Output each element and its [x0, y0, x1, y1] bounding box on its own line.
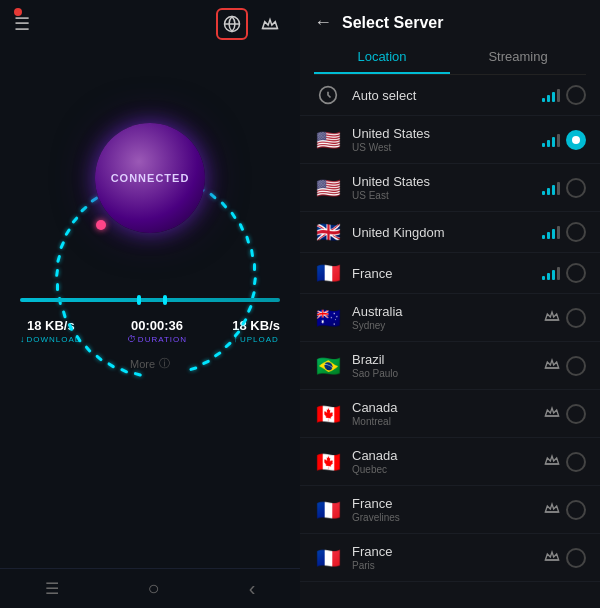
connected-inner: CONNECTED [95, 123, 205, 233]
server-item[interactable]: Auto select [300, 75, 600, 116]
server-item[interactable]: 🇺🇸United StatesUS East [300, 164, 600, 212]
flag-icon: 🇫🇷 [314, 263, 342, 283]
radio-button[interactable] [566, 130, 586, 150]
server-item[interactable]: 🇬🇧United Kingdom [300, 212, 600, 253]
server-right [544, 548, 586, 568]
premium-crown-icon [544, 308, 560, 327]
flag-icon: 🇫🇷 [314, 548, 342, 568]
server-info: France [352, 266, 542, 281]
menu-icon[interactable]: ☰ [14, 13, 30, 35]
more-label: More [130, 358, 155, 370]
flag-icon: 🇦🇺 [314, 308, 342, 328]
radio-button[interactable] [566, 404, 586, 424]
signal-bars [542, 88, 560, 102]
premium-crown-icon [544, 452, 560, 471]
left-header: ☰ [0, 0, 300, 48]
tab-location[interactable]: Location [314, 41, 450, 74]
server-right [544, 452, 586, 472]
connected-text: CONNECTED [111, 172, 190, 184]
premium-crown-icon [544, 500, 560, 519]
more-button[interactable]: More ⓘ [130, 356, 170, 371]
server-item[interactable]: 🇫🇷France [300, 253, 600, 294]
server-name: Canada [352, 448, 544, 463]
nav-home-icon[interactable]: ○ [148, 577, 160, 600]
server-sub: Sydney [352, 320, 544, 331]
server-info: CanadaQuebec [352, 448, 544, 475]
server-info: CanadaMontreal [352, 400, 544, 427]
duration-label-row: ⏱ DURATION [127, 333, 187, 344]
server-right [542, 222, 586, 242]
server-item[interactable]: 🇨🇦CanadaQuebec [300, 438, 600, 486]
radio-button[interactable] [566, 178, 586, 198]
server-sub: Montreal [352, 416, 544, 427]
more-icon: ⓘ [159, 356, 170, 371]
server-info: FranceParis [352, 544, 544, 571]
server-sub: Paris [352, 560, 544, 571]
server-item[interactable]: 🇫🇷FranceGravelines [300, 486, 600, 534]
server-sub: US West [352, 142, 542, 153]
tab-streaming[interactable]: Streaming [450, 41, 586, 74]
duration-label: DURATION [138, 335, 187, 344]
vpn-circle-container[interactable]: CONNECTED [50, 78, 250, 278]
download-stat: 18 KB/s ↓ DOWNLOAD [20, 318, 82, 344]
server-item[interactable]: 🇦🇺AustraliaSydney [300, 294, 600, 342]
radio-button[interactable] [566, 308, 586, 328]
radio-button[interactable] [566, 356, 586, 376]
radio-button[interactable] [566, 548, 586, 568]
server-sub: Quebec [352, 464, 544, 475]
server-name: Brazil [352, 352, 544, 367]
server-right [544, 404, 586, 424]
flag-icon: 🇧🇷 [314, 356, 342, 376]
right-panel: ← Select Server Location Streaming Auto … [300, 0, 600, 608]
server-info: BrazilSao Paulo [352, 352, 544, 379]
server-info: FranceGravelines [352, 496, 544, 523]
download-label-row: ↓ DOWNLOAD [20, 333, 82, 344]
duration-icon: ⏱ [127, 334, 136, 344]
nav-back-icon[interactable]: ‹ [249, 577, 256, 600]
progress-notch-left [137, 295, 141, 305]
server-right [542, 178, 586, 198]
nav-menu-icon[interactable]: ☰ [45, 579, 59, 598]
server-right [542, 130, 586, 150]
status-dot [14, 8, 22, 16]
globe-icon [223, 15, 241, 33]
server-name: Australia [352, 304, 544, 319]
nav-bar: ☰ ○ ‹ [0, 568, 300, 608]
radio-button[interactable] [566, 452, 586, 472]
server-name: United States [352, 126, 542, 141]
radio-button[interactable] [566, 500, 586, 520]
progress-notch-right [163, 295, 167, 305]
server-list: Auto select🇺🇸United StatesUS West🇺🇸Unite… [300, 75, 600, 608]
flag-icon: 🇨🇦 [314, 452, 342, 472]
download-arrow: ↓ [20, 334, 25, 344]
flag-icon: 🇺🇸 [314, 130, 342, 150]
server-info: Auto select [352, 88, 542, 103]
left-panel: ☰ CONNECTED [0, 0, 300, 608]
radio-button[interactable] [566, 85, 586, 105]
server-item[interactable]: 🇧🇷BrazilSao Paulo [300, 342, 600, 390]
server-name: France [352, 544, 544, 559]
server-name: France [352, 266, 542, 281]
server-right [544, 500, 586, 520]
crown-button[interactable] [254, 8, 286, 40]
server-right [544, 356, 586, 376]
flag-icon: 🇺🇸 [314, 178, 342, 198]
server-item[interactable]: 🇨🇦CanadaMontreal [300, 390, 600, 438]
download-label: DOWNLOAD [27, 335, 82, 344]
radio-button[interactable] [566, 222, 586, 242]
radio-button[interactable] [566, 263, 586, 283]
server-item[interactable]: 🇺🇸United StatesUS West [300, 116, 600, 164]
server-item[interactable]: 🇫🇷FranceParis [300, 534, 600, 582]
server-info: United StatesUS West [352, 126, 542, 153]
back-button[interactable]: ← [314, 12, 332, 33]
upload-label-row: ↑ UPLOAD [233, 333, 278, 344]
globe-button[interactable] [216, 8, 248, 40]
server-name: Auto select [352, 88, 542, 103]
server-info: United StatesUS East [352, 174, 542, 201]
right-header: ← Select Server [300, 0, 600, 41]
server-sub: US East [352, 190, 542, 201]
server-sub: Gravelines [352, 512, 544, 523]
server-name: Canada [352, 400, 544, 415]
server-name: United Kingdom [352, 225, 542, 240]
server-info: United Kingdom [352, 225, 542, 240]
